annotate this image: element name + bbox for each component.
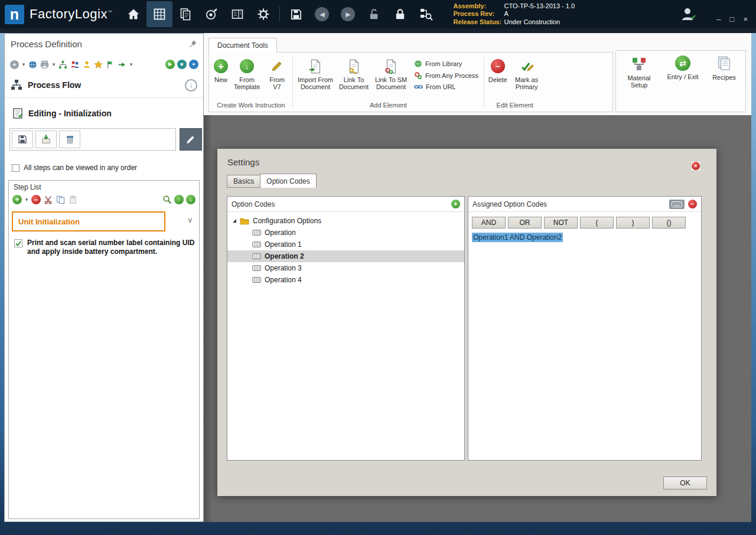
tree-item-configuration-options[interactable]: Configuration Options <box>227 215 464 227</box>
delete-step-button[interactable] <box>59 131 80 148</box>
forward-button[interactable]: ▶ <box>335 1 361 27</box>
operator-not-button[interactable]: NOT <box>544 217 578 229</box>
paste-icon[interactable] <box>68 195 78 205</box>
step-list-panel: Step List + ▾ – ↑ ↓ Unit Initialization … <box>8 180 200 519</box>
tree-item-operation-1[interactable]: Operation 1 <box>227 239 464 250</box>
new-plus-icon: + <box>214 59 228 73</box>
tab-basics[interactable]: Basics <box>227 175 260 188</box>
process-search-button[interactable] <box>413 1 439 27</box>
from-template-button[interactable]: ↓ From Template <box>230 56 263 92</box>
tree-item-operation-3[interactable]: Operation 3 <box>227 262 464 274</box>
link-document-icon <box>346 58 361 74</box>
person-icon[interactable] <box>82 60 92 70</box>
factorylogix-logo: n <box>5 5 24 24</box>
release-status-label: Release Status: <box>453 18 504 27</box>
newspaper-icon <box>230 7 245 21</box>
step-chevron-icon[interactable]: ∨ <box>187 216 193 224</box>
minimize-button[interactable]: – <box>716 15 721 23</box>
entry-exit-button[interactable]: ⇄ Entry / Exit <box>663 56 702 80</box>
find-step-icon[interactable] <box>162 195 172 205</box>
import-from-document-button[interactable]: Import From Document <box>295 56 336 92</box>
mark-as-primary-button[interactable]: Mark as Primary <box>510 56 544 92</box>
start-icon[interactable]: ▶ <box>165 60 175 69</box>
hierarchy-icon[interactable] <box>58 60 68 70</box>
operator-open-paren-button[interactable]: ( <box>580 217 614 229</box>
from-any-process-button[interactable]: From Any Process <box>414 71 478 80</box>
maximize-button[interactable]: □ <box>730 15 735 23</box>
option-code-icon <box>252 253 261 259</box>
any-order-checkbox[interactable] <box>12 164 19 172</box>
settings-button[interactable] <box>250 1 276 27</box>
globe-icon[interactable] <box>28 60 38 70</box>
link-to-document-button[interactable]: Link To Document <box>336 56 372 92</box>
star-icon[interactable] <box>93 60 103 70</box>
edit-step-button[interactable] <box>180 128 202 151</box>
dropdown-icon[interactable]: ▾ <box>129 60 133 70</box>
dropdown-icon[interactable]: ▾ <box>24 195 29 205</box>
expander-icon[interactable] <box>233 219 236 223</box>
new-button[interactable]: + New <box>211 56 230 85</box>
add-icon[interactable]: + <box>9 60 19 70</box>
documents-button[interactable] <box>172 1 198 27</box>
operator-and-button[interactable]: AND <box>472 217 506 229</box>
group-label: Add Element <box>295 102 482 110</box>
remove-step-button[interactable]: – <box>31 195 41 204</box>
process-gears-icon <box>414 71 422 80</box>
step-item-unit-initialization[interactable]: Unit Initialization <box>12 211 165 231</box>
print-icon[interactable] <box>40 60 50 70</box>
lock-button[interactable] <box>387 1 413 27</box>
save-button[interactable] <box>283 1 309 27</box>
unlock-button[interactable] <box>361 1 387 27</box>
recipes-button[interactable]: Recipes <box>708 56 740 81</box>
process-flow-row[interactable]: Process Flow ↓ <box>11 76 197 94</box>
flag-icon[interactable] <box>105 60 115 70</box>
from-v7-button[interactable]: From V7 <box>263 56 291 92</box>
export-icon[interactable] <box>117 60 127 70</box>
keyboard-button[interactable] <box>669 200 685 209</box>
delete-element-button[interactable]: – Delete <box>486 56 510 85</box>
entry-exit-icon: ⇄ <box>675 56 690 71</box>
save-step-button[interactable] <box>12 131 33 148</box>
dialog-close-button[interactable]: × <box>690 161 701 171</box>
back-button[interactable]: ◀ <box>309 1 335 27</box>
process-flow-icon <box>11 79 22 91</box>
tab-document-tools[interactable]: Document Tools <box>208 38 277 53</box>
status-icon[interactable]: ● <box>189 60 198 69</box>
tree-item-operation-4[interactable]: Operation 4 <box>227 274 464 286</box>
add-option-code-button[interactable]: + <box>451 200 460 208</box>
collapse-circle-button[interactable]: ↓ <box>185 79 197 92</box>
operator-close-paren-button[interactable]: ) <box>616 217 650 229</box>
operator-buttons: AND OR NOT ( ) () <box>468 212 701 229</box>
tab-option-codes[interactable]: Option Codes <box>260 174 316 188</box>
move-down-button[interactable]: ↓ <box>186 195 195 204</box>
operator-or-button[interactable]: OR <box>508 217 542 229</box>
ok-button[interactable]: OK <box>663 477 707 490</box>
dropdown-icon[interactable]: ▾ <box>21 60 26 70</box>
copy-icon[interactable] <box>56 195 66 205</box>
tree-item-operation[interactable]: Operation <box>227 227 464 239</box>
option-code-icon <box>252 277 261 283</box>
tree-item-operation-2[interactable]: Operation 2 <box>227 250 464 262</box>
expression-area[interactable]: Operation1 AND Operation2 <box>468 229 701 246</box>
user-button[interactable] <box>674 3 702 25</box>
home-button[interactable] <box>120 1 146 27</box>
news-button[interactable] <box>224 1 250 27</box>
operator-paren-pair-button[interactable]: () <box>652 217 686 229</box>
close-button[interactable]: × <box>743 15 748 23</box>
stop-icon[interactable]: ■ <box>177 60 187 69</box>
dropdown-icon[interactable]: ▾ <box>51 60 56 70</box>
work-instructions-button[interactable] <box>146 1 172 27</box>
import-step-button[interactable] <box>35 131 57 148</box>
move-up-button[interactable]: ↑ <box>174 195 184 204</box>
from-url-button[interactable]: From URL <box>414 83 478 90</box>
pin-icon[interactable] <box>189 40 197 48</box>
remove-assigned-button[interactable]: – <box>688 200 697 208</box>
target-button[interactable] <box>198 1 224 27</box>
material-setup-button[interactable]: Material Setup <box>621 56 657 89</box>
people-icon[interactable] <box>70 60 80 70</box>
link-to-sm-document-button[interactable]: Link To SM Document <box>372 56 410 92</box>
expression-text[interactable]: Operation1 AND Operation2 <box>472 233 563 242</box>
cut-icon[interactable] <box>43 195 53 205</box>
from-library-button[interactable]: From Library <box>414 60 478 68</box>
add-step-button[interactable]: + <box>12 195 22 204</box>
